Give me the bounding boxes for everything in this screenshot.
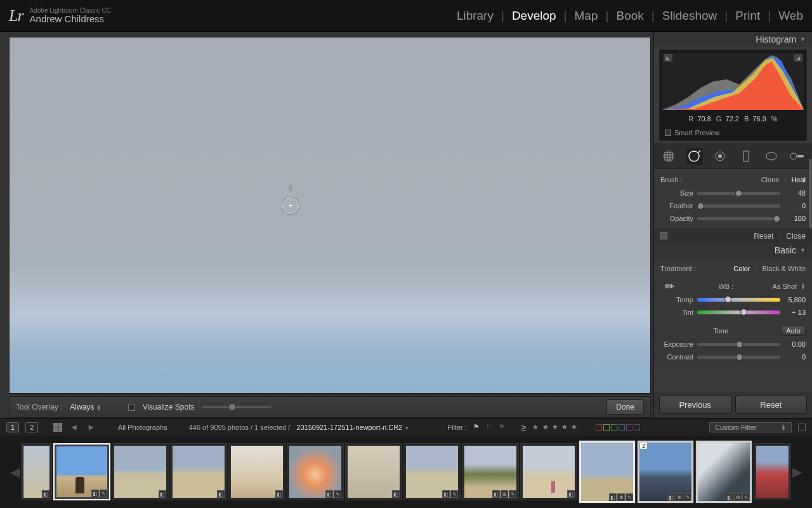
- current-filename[interactable]: 20150921-172511-newport-ri.CR2 ▼: [296, 424, 409, 431]
- spot-removal-panel: Brush : Clone | Heal Size 48 Feather 0: [654, 169, 812, 229]
- highlight-clipping-icon[interactable]: ◢: [794, 54, 802, 62]
- adjustment-brush-tool[interactable]: [789, 148, 806, 164]
- module-web[interactable]: Web: [778, 6, 803, 25]
- source-collection[interactable]: All Photographs: [118, 424, 167, 431]
- thumbnail[interactable]: ◧: [345, 443, 402, 500]
- histogram-display[interactable]: ◣ ◢: [662, 53, 804, 110]
- filmstrip-left-icon[interactable]: ◀: [9, 464, 21, 479]
- second-window-button[interactable]: 2: [25, 422, 38, 432]
- visualize-spots-slider[interactable]: [202, 406, 272, 408]
- module-print[interactable]: Print: [735, 6, 760, 25]
- label-yellow[interactable]: [603, 424, 610, 431]
- contrast-slider[interactable]: [697, 356, 780, 359]
- label-blue[interactable]: [619, 424, 625, 431]
- heal-option[interactable]: Heal: [791, 176, 806, 184]
- visualize-spots-checkbox[interactable]: [128, 404, 135, 411]
- opacity-value[interactable]: 100: [784, 215, 806, 222]
- module-map[interactable]: Map: [575, 6, 598, 25]
- tool-close-button[interactable]: Close: [786, 232, 806, 241]
- rating-ge[interactable]: ≥: [521, 422, 527, 432]
- thumbnail[interactable]: ◧✎: [287, 443, 344, 500]
- exposure-label: Exposure: [660, 340, 693, 348]
- grid-view-icon[interactable]: [53, 423, 62, 432]
- label-red[interactable]: [596, 424, 602, 431]
- thumbnail[interactable]: ◧✎: [403, 443, 461, 500]
- filter-label: Filter :: [447, 424, 467, 431]
- thumbnail[interactable]: ◧: [228, 443, 285, 500]
- flag-rejected-icon[interactable]: ⚑: [499, 423, 505, 431]
- module-library[interactable]: Library: [457, 6, 494, 25]
- thumbnail[interactable]: [754, 443, 791, 500]
- nav-back-icon[interactable]: ◄: [69, 422, 79, 432]
- temp-slider[interactable]: [697, 298, 780, 302]
- thumbnail[interactable]: ◧: [520, 443, 577, 500]
- previous-button[interactable]: Previous: [659, 396, 731, 414]
- spot-removal-cursor[interactable]: [282, 197, 299, 214]
- thumbnail[interactable]: ◧✎: [53, 443, 110, 500]
- contrast-value[interactable]: 0: [784, 353, 806, 361]
- module-book[interactable]: Book: [616, 6, 643, 25]
- panel-scrollbar[interactable]: [809, 159, 812, 229]
- treatment-bw[interactable]: Black & White: [763, 265, 806, 272]
- rating-filter[interactable]: ★ ★ ★ ★ ★: [532, 423, 577, 431]
- opacity-slider[interactable]: [697, 217, 780, 220]
- tool-pin-toggle[interactable]: [660, 232, 667, 239]
- size-slider[interactable]: [697, 192, 780, 195]
- thumbnail[interactable]: 2◧⊞✎: [637, 440, 694, 504]
- clone-option[interactable]: Clone: [761, 176, 780, 184]
- thumbnail[interactable]: ◧: [21, 443, 52, 500]
- thumbnail[interactable]: ◧⊞✎: [695, 440, 752, 504]
- main-window-button[interactable]: 1: [6, 422, 19, 432]
- filter-preset-dropdown[interactable]: Custom Filter ▲▼: [709, 422, 792, 432]
- tool-reset-button[interactable]: Reset: [754, 232, 773, 241]
- red-eye-tool[interactable]: [712, 148, 728, 164]
- right-panel: Histogram▼ ◣ ◢ R 70.8 G 72.2 B 7: [653, 32, 812, 418]
- filmstrip-right-icon[interactable]: ▶: [791, 464, 803, 479]
- thumbnail[interactable]: ◧⊞✎: [462, 443, 519, 500]
- histogram-header[interactable]: Histogram▼: [654, 32, 812, 47]
- module-develop[interactable]: Develop: [512, 6, 556, 25]
- thumbnail[interactable]: ◧: [112, 443, 169, 500]
- flag-picked-icon[interactable]: ⚑: [473, 423, 480, 431]
- done-button[interactable]: Done: [606, 399, 644, 415]
- label-none[interactable]: [634, 424, 640, 431]
- svg-point-9: [766, 152, 776, 160]
- dropdown-arrows-icon: ▲▼: [801, 283, 806, 290]
- reset-button[interactable]: Reset: [735, 396, 808, 414]
- contrast-label: Contrast: [660, 353, 693, 361]
- nav-forward-icon[interactable]: ►: [86, 422, 96, 432]
- feather-slider[interactable]: [697, 204, 780, 208]
- smart-preview-status: Smart Preview: [662, 128, 804, 138]
- feather-value[interactable]: 0: [784, 202, 806, 210]
- temp-value[interactable]: 5,800: [784, 296, 806, 304]
- spot-removal-tool[interactable]: [686, 148, 703, 164]
- dropdown-arrows-icon: ▲▼: [96, 404, 102, 411]
- filter-lock-icon[interactable]: [798, 424, 806, 431]
- radial-filter-tool[interactable]: [763, 148, 780, 164]
- sensor-dust-spot: [286, 181, 295, 195]
- filmstrip: ◀ ◧ ◧✎ ◧ ◧ ◧ ◧✎ ◧ ◧✎ ◧⊞✎ ◧ ◧⊞✎ 2◧⊞✎ ◧⊞✎ …: [0, 436, 812, 508]
- wb-dropdown[interactable]: As Shot ▲▼: [773, 283, 806, 290]
- thumbnail[interactable]: ◧: [170, 443, 227, 500]
- size-value[interactable]: 48: [784, 189, 806, 197]
- tint-slider[interactable]: [697, 311, 780, 314]
- exposure-value[interactable]: 0.00: [784, 340, 806, 348]
- basic-header[interactable]: Basic▼: [654, 243, 812, 258]
- tint-value[interactable]: + 13: [784, 309, 806, 316]
- visualize-spots-label: Visualize Spots: [143, 403, 195, 411]
- label-purple[interactable]: [626, 424, 632, 431]
- flag-unflagged-icon[interactable]: ⚐: [486, 423, 492, 431]
- crop-tool[interactable]: [660, 148, 677, 164]
- thumbnail-selected[interactable]: ◧⊞✎: [579, 440, 636, 504]
- tool-overlay-dropdown[interactable]: Always ▲▼: [70, 403, 101, 411]
- auto-tone-button[interactable]: Auto: [781, 326, 806, 336]
- module-slideshow[interactable]: Slideshow: [662, 6, 717, 25]
- image-canvas[interactable]: [9, 37, 651, 394]
- shadow-clipping-icon[interactable]: ◣: [664, 54, 672, 62]
- treatment-color[interactable]: Color: [733, 265, 750, 272]
- graduated-filter-tool[interactable]: [738, 148, 754, 164]
- stack-count-badge: 2: [640, 443, 647, 449]
- label-green[interactable]: [611, 424, 617, 431]
- canvas-toolbar: Tool Overlay : Always ▲▼ Visualize Spots…: [9, 396, 651, 418]
- exposure-slider[interactable]: [697, 343, 780, 346]
